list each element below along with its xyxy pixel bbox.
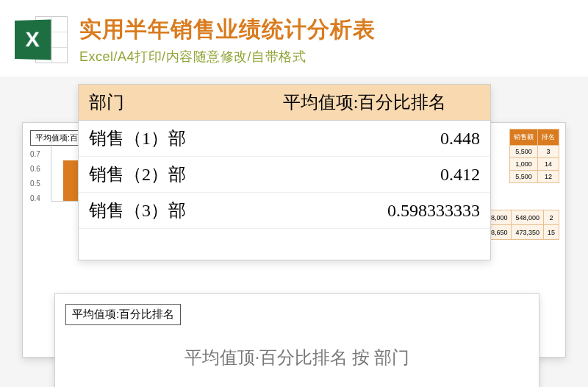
dept-ranking-table: 部门 平均值项:百分比排名 销售（1）部 0.448 销售（2）部 0.412 … bbox=[79, 85, 490, 229]
table-row: 销售（3）部 0.598333333 bbox=[79, 193, 490, 229]
table-row: 销售（1）部 0.448 bbox=[79, 121, 490, 157]
table-row: 1,000 14 bbox=[510, 158, 559, 171]
raw-data-table: 销售额 排名 5,500 3 1,000 14 5,500 12 bbox=[509, 129, 559, 183]
title-block: 实用半年销售业绩统计分析表 Excel/A4打印/内容随意修改/自带格式 bbox=[79, 15, 376, 65]
page-subtitle: Excel/A4打印/内容随意修改/自带格式 bbox=[79, 48, 376, 65]
sheet-summary: 平均值项:百分比排名 平均值顶·百分比排名 按 部门 bbox=[54, 293, 539, 387]
sheet-dept-ranking: 部门 平均值项:百分比排名 销售（1）部 0.448 销售（2）部 0.412 … bbox=[78, 84, 491, 260]
dept-name: 销售（1）部 bbox=[79, 121, 239, 157]
tick: 0.6 bbox=[30, 165, 48, 172]
chart-y-axis: 0.7 0.6 0.5 0.4 bbox=[30, 150, 48, 202]
table-row: 5,500 3 bbox=[510, 146, 559, 158]
summary-caption: 平均值顶·百分比排名 按 部门 bbox=[65, 346, 528, 369]
tick: 0.7 bbox=[30, 150, 48, 157]
dept-value: 0.412 bbox=[239, 157, 490, 193]
table-header-row: 部门 平均值项:百分比排名 bbox=[79, 85, 490, 121]
header: X 实用半年销售业绩统计分析表 Excel/A4打印/内容随意修改/自带格式 bbox=[0, 0, 588, 77]
tick: 0.5 bbox=[30, 180, 48, 187]
col-dept: 部门 bbox=[79, 85, 239, 121]
dept-value: 0.598333333 bbox=[239, 193, 490, 229]
dept-name: 销售（2）部 bbox=[79, 157, 239, 193]
dept-name: 销售（3）部 bbox=[79, 193, 239, 229]
table-row: 5,500 12 bbox=[510, 171, 559, 183]
col-rank: 排名 bbox=[538, 129, 559, 146]
page-title: 实用半年销售业绩统计分析表 bbox=[79, 15, 376, 45]
summary-field-label: 平均值项:百分比排名 bbox=[65, 304, 181, 325]
col-sales: 销售额 bbox=[510, 129, 538, 146]
table-header-row: 销售额 排名 bbox=[510, 129, 559, 146]
dept-value: 0.448 bbox=[239, 121, 490, 157]
table-row: 销售（2）部 0.412 bbox=[79, 157, 490, 193]
col-avg-pct-rank: 平均值项:百分比排名 bbox=[239, 85, 490, 121]
preview-stage: 平均值项:百 0.7 0.6 0.5 0.4 销售额 排名 5,500 3 1,… bbox=[0, 81, 588, 387]
excel-file-icon: X bbox=[15, 13, 68, 66]
tick: 0.4 bbox=[30, 194, 48, 202]
